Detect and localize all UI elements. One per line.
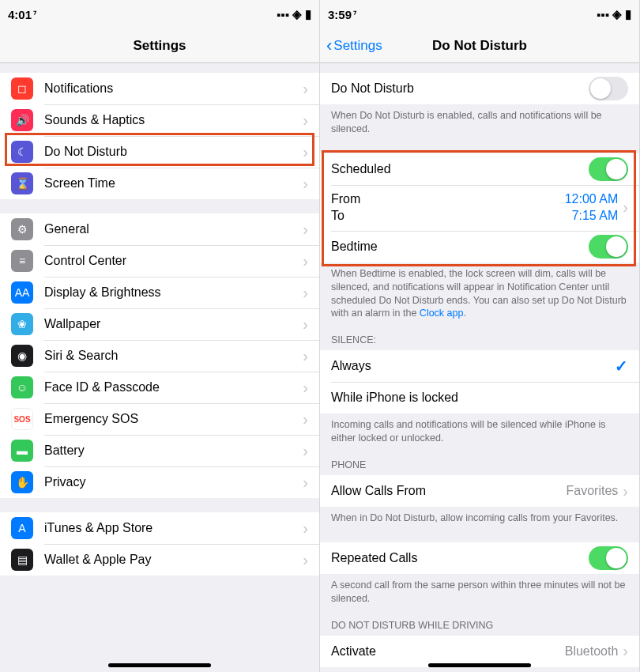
settings-pane: 4:01⁷ ▪▪▪ ◈ ▮ Settings ◻Notifications›🔊S… — [0, 0, 320, 672]
sounds-icon: 🔊 — [11, 109, 33, 131]
status-icons: ▪▪▪ ◈ ▮ — [597, 7, 631, 21]
nav-bar: ‹ Settings Do Not Disturb — [320, 28, 639, 63]
settings-row-itunes-app-store[interactable]: AiTunes & App Store› — [0, 512, 319, 544]
dnd-icon: ☾ — [11, 141, 33, 163]
row-label: Wallet & Apple Pay — [44, 553, 303, 567]
dnd-toggle[interactable] — [589, 77, 628, 100]
bedtime-toggle[interactable] — [589, 235, 628, 259]
repeated-calls-row[interactable]: Repeated Calls — [320, 542, 639, 574]
chevron-right-icon: › — [303, 315, 308, 334]
activate-label: Activate — [331, 644, 565, 659]
allow-calls-label: Allow Calls From — [331, 484, 567, 498]
chevron-right-icon: › — [303, 175, 308, 193]
silence-header: SILENCE: — [320, 323, 639, 350]
siri-icon: ◉ — [11, 345, 33, 367]
appstore-icon: A — [11, 517, 33, 539]
from-label: From — [331, 191, 360, 208]
chevron-right-icon: › — [623, 482, 628, 500]
settings-row-wallet-apple-pay[interactable]: ▤Wallet & Apple Pay› — [0, 544, 319, 576]
settings-row-emergency-sos[interactable]: SOSEmergency SOS› — [0, 403, 319, 435]
row-label: Display & Brightness — [44, 285, 303, 300]
clock: 4:01⁷ — [8, 8, 36, 21]
settings-row-control-center[interactable]: ≡Control Center› — [0, 245, 319, 277]
settings-row-general[interactable]: ⚙General› — [0, 213, 319, 245]
settings-row-face-id-passcode[interactable]: ☺Face ID & Passcode› — [0, 372, 319, 403]
clock: 3:59⁷ — [328, 8, 356, 21]
from-value: 12:00 AM — [565, 191, 619, 208]
dnd-footer: When Do Not Disturb is enabled, calls an… — [320, 104, 639, 139]
activate-row[interactable]: Activate Bluetooth › — [320, 636, 639, 667]
row-label: Wallpaper — [44, 317, 303, 331]
faceid-icon: ☺ — [11, 376, 33, 398]
chevron-right-icon: › — [303, 347, 308, 365]
wifi-icon: ◈ — [292, 7, 302, 21]
silence-footer: Incoming calls and notifications will be… — [320, 413, 639, 448]
clock-app-link[interactable]: Clock app — [420, 308, 464, 319]
repeated-label: Repeated Calls — [331, 551, 589, 565]
back-button[interactable]: ‹ Settings — [326, 37, 382, 55]
repeated-toggle[interactable] — [589, 546, 628, 570]
chevron-right-icon: › — [303, 252, 308, 270]
row-label: Sounds & Haptics — [44, 113, 303, 127]
page-title: Do Not Disturb — [432, 38, 527, 54]
driving-header: DO NOT DISTURB WHILE DRIVING — [320, 609, 639, 636]
settings-row-notifications[interactable]: ◻Notifications› — [0, 73, 319, 104]
allow-calls-footer: When in Do Not Disturb, allow incoming c… — [320, 507, 639, 528]
back-label: Settings — [333, 38, 382, 54]
screentime-icon: ⌛ — [11, 172, 33, 194]
bedtime-row[interactable]: Bedtime — [320, 231, 639, 262]
dnd-toggle-row[interactable]: Do Not Disturb — [320, 73, 639, 104]
chevron-right-icon: › — [303, 551, 308, 569]
settings-row-privacy[interactable]: ✋Privacy› — [0, 466, 319, 498]
settings-row-sounds-haptics[interactable]: 🔊Sounds & Haptics› — [0, 104, 319, 136]
settings-row-screen-time[interactable]: ⌛Screen Time› — [0, 168, 319, 199]
scheduled-row[interactable]: Scheduled — [320, 153, 639, 185]
notifications-icon: ◻ — [11, 77, 33, 100]
silence-locked-row[interactable]: While iPhone is locked — [320, 382, 639, 413]
settings-row-display-brightness[interactable]: AADisplay & Brightness› — [0, 277, 319, 308]
dnd-label: Do Not Disturb — [331, 81, 589, 96]
row-label: Privacy — [44, 475, 303, 489]
status-icons: ▪▪▪ ◈ ▮ — [277, 7, 311, 21]
phone-header: PHONE — [320, 448, 639, 475]
general-icon: ⚙ — [11, 218, 33, 240]
row-label: Siri & Search — [44, 349, 303, 363]
settings-row-siri-search[interactable]: ◉Siri & Search› — [0, 340, 319, 372]
signal-icon: ▪▪▪ — [277, 8, 289, 21]
settings-row-do-not-disturb[interactable]: ☾Do Not Disturb› — [0, 136, 319, 168]
scheduled-toggle[interactable] — [589, 157, 628, 181]
row-label: Control Center — [44, 254, 303, 268]
home-indicator — [428, 663, 531, 667]
chevron-right-icon: › — [303, 474, 308, 492]
bedtime-footer: When Bedtime is enabled, the lock screen… — [320, 262, 639, 324]
signal-icon: ▪▪▪ — [597, 8, 609, 21]
row-label: iTunes & App Store — [44, 521, 303, 535]
wifi-icon: ◈ — [612, 7, 622, 21]
chevron-right-icon: › — [303, 410, 308, 428]
row-label: General — [44, 222, 303, 236]
allow-calls-row[interactable]: Allow Calls From Favorites › — [320, 475, 639, 507]
battery-icon: ▮ — [625, 7, 631, 21]
settings-row-wallpaper[interactable]: ❀Wallpaper› — [0, 308, 319, 340]
status-bar: 4:01⁷ ▪▪▪ ◈ ▮ — [0, 0, 319, 28]
silence-always-row[interactable]: Always ✓ — [320, 350, 639, 382]
controlcenter-icon: ≡ — [11, 250, 33, 272]
row-label: Do Not Disturb — [44, 145, 303, 159]
activate-value: Bluetooth — [565, 644, 619, 659]
checkmark-icon: ✓ — [615, 357, 628, 376]
row-label: Emergency SOS — [44, 412, 303, 426]
row-label: Face ID & Passcode — [44, 380, 303, 395]
chevron-right-icon: › — [623, 198, 628, 217]
status-bar: 3:59⁷ ▪▪▪ ◈ ▮ — [320, 0, 639, 28]
settings-row-battery[interactable]: ▬Battery› — [0, 435, 319, 466]
chevron-right-icon: › — [303, 284, 308, 302]
chevron-right-icon: › — [623, 642, 628, 660]
page-title: Settings — [133, 38, 186, 54]
to-value: 7:15 AM — [572, 208, 619, 225]
nav-bar: Settings — [0, 28, 319, 63]
row-label: Screen Time — [44, 176, 303, 191]
repeated-footer: A second call from the same person withi… — [320, 574, 639, 609]
scheduled-label: Scheduled — [331, 162, 589, 176]
schedule-time-row[interactable]: From12:00 AM To7:15 AM › — [320, 185, 639, 231]
locked-label: While iPhone is locked — [331, 391, 628, 405]
